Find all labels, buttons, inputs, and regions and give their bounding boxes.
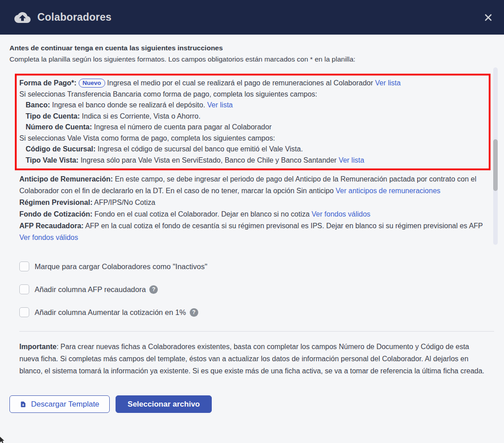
banco-label: Banco:: [26, 101, 50, 109]
regimen-paragraph: Régimen Previsional: AFP/IPS/No Cotiza: [19, 197, 489, 208]
anticipo-label: Anticipo de Remuneración:: [19, 175, 113, 183]
cotizacion-column-label: Añadir columna Aumentar la cotización en…: [35, 308, 186, 317]
inactivos-row: Marque para cargar Colaboradores como "I…: [19, 261, 495, 271]
tipo-vale-vista-text: Ingresa sólo para Vale Vista en ServiEst…: [80, 156, 337, 164]
tipo-vale-vista-label: Tipo Vale Vista:: [26, 156, 79, 164]
important-label: Importante: [19, 343, 57, 350]
afp-label: AFP Recaudadora:: [19, 222, 84, 230]
codigo-sucursal-text: Ingresa el código de sucursal del banco …: [98, 145, 303, 153]
inactivos-label: Marque para cargar Colaboradores como "I…: [35, 262, 207, 271]
tipo-vale-vista-line: Tipo Vale Vista: Ingresa sólo para Vale …: [19, 155, 485, 166]
ver-lista-forma-pago-link[interactable]: Ver lista: [375, 79, 401, 87]
numero-cuenta-line: Número de Cuenta: Ingresa el número de c…: [19, 122, 485, 133]
ver-lista-vale-vista-link[interactable]: Ver lista: [339, 156, 364, 164]
forma-de-pago-text: Ingresa el medio por el cual se realizar…: [107, 79, 373, 87]
divider: [19, 331, 494, 332]
fondo-label: Fondo de Cotización:: [19, 210, 93, 218]
afp-column-checkbox[interactable]: [19, 284, 29, 294]
fondo-text: Fondo en el cual cotiza el Colaborador. …: [94, 210, 310, 218]
codigo-sucursal-line: Código de Sucursal: Ingresa el código de…: [19, 144, 485, 155]
afp-column-row: Añadir columna AFP recaudadora ?: [19, 284, 495, 294]
ver-anticipos-link[interactable]: Ver anticipos de remuneraciones: [336, 187, 441, 195]
transferencia-intro-line: Si seleccionas Transferencia Bancaria co…: [19, 89, 485, 100]
cloud-upload-icon: [14, 11, 31, 24]
regimen-text: AFP/IPS/No Cotiza: [94, 199, 155, 206]
payment-method-highlight-box: Forma de Pago*: Nuevo Ingresa el medio p…: [15, 74, 491, 170]
regimen-label: Régimen Previsional:: [19, 199, 93, 206]
instructions-heading: Antes de continuar tenga en cuenta las s…: [9, 43, 495, 53]
options-section: Marque para cargar Colaboradores como "I…: [19, 261, 495, 317]
afp-text: AFP en la cual cotiza el fondo de cesant…: [85, 222, 482, 230]
action-buttons: Descargar Template Seleccionar archivo: [9, 395, 495, 413]
afp-column-help-icon[interactable]: ?: [149, 285, 158, 294]
ver-fondos-validos-link[interactable]: Ver fondos válidos: [312, 210, 370, 218]
download-template-label: Descargar Template: [31, 400, 99, 409]
instructions-subheading: Completa la planilla según los siguiente…: [9, 53, 495, 65]
inactivos-checkbox[interactable]: [19, 261, 29, 271]
forma-de-pago-line: Forma de Pago*: Nuevo Ingresa el medio p…: [19, 78, 485, 89]
field-descriptions: Anticipo de Remuneración: En este campo,…: [19, 173, 489, 244]
vale-vista-intro-line: Si seleccionas Vale Vista como forma de …: [19, 133, 485, 144]
modal-body: Antes de continuar tenga en cuenta las s…: [0, 35, 504, 413]
afp-column-label: Añadir columna AFP recaudadora: [35, 285, 146, 294]
upload-collaborators-modal: Colaboradores Antes de continuar tenga e…: [0, 0, 504, 443]
instructions-scrollbar-thumb[interactable]: [493, 139, 498, 191]
banco-line: Banco: Ingresa el banco donde se realiza…: [19, 100, 485, 111]
ver-fondos-validos-afp-link[interactable]: Ver fondos válidos: [19, 234, 78, 241]
nuevo-badge: Nuevo: [79, 79, 105, 88]
fondo-paragraph: Fondo de Cotización: Fondo en el cual co…: [19, 208, 489, 220]
tipo-cuenta-line: Tipo de Cuenta: Indica si es Corriente, …: [19, 111, 485, 122]
download-template-button[interactable]: Descargar Template: [9, 395, 110, 413]
close-icon[interactable]: [482, 12, 494, 23]
forma-de-pago-label: Forma de Pago*:: [19, 79, 76, 87]
banco-text: Ingresa el banco donde se realizará el d…: [52, 101, 205, 109]
cotizacion-column-row: Añadir columna Aumentar la cotización en…: [19, 307, 495, 317]
select-file-label: Seleccionar archivo: [128, 400, 200, 409]
numero-cuenta-text: Ingresa el número de cuenta para pagar a…: [94, 123, 272, 131]
cotizacion-column-help-icon[interactable]: ?: [190, 308, 198, 317]
cotizacion-column-checkbox[interactable]: [19, 307, 29, 317]
tipo-cuenta-label: Tipo de Cuenta:: [26, 112, 80, 120]
modal-header: Colaboradores: [0, 0, 504, 35]
modal-title: Colaboradores: [37, 11, 112, 23]
numero-cuenta-label: Número de Cuenta:: [26, 123, 92, 131]
download-file-icon: [20, 400, 27, 408]
select-file-button[interactable]: Seleccionar archivo: [116, 395, 212, 413]
tipo-cuenta-text: Indica si es Corriente, Vista o Ahorro.: [82, 112, 201, 120]
mouse-cursor: [0, 437, 5, 443]
instructions-scrollbar-track[interactable]: [493, 67, 498, 245]
ver-lista-banco-link[interactable]: Ver lista: [207, 101, 233, 109]
afp-paragraph: AFP Recaudadora: AFP en la cual cotiza e…: [19, 220, 489, 244]
important-text: : Para crear nuevas fichas a Colaborador…: [19, 343, 484, 375]
anticipo-paragraph: Anticipo de Remuneración: En este campo,…: [19, 173, 489, 197]
codigo-sucursal-label: Código de Sucursal:: [26, 145, 96, 153]
important-note: Importante: Para crear nuevas fichas a C…: [19, 341, 487, 377]
